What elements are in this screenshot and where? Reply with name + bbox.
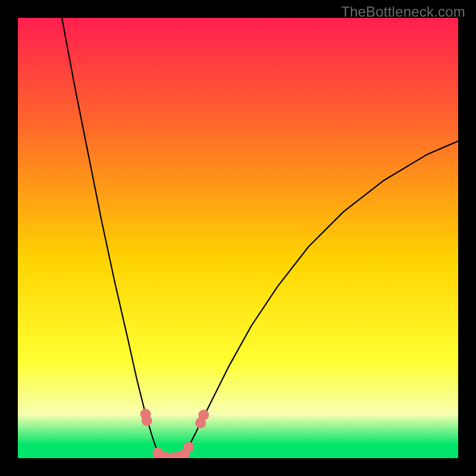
plot-area	[18, 18, 458, 458]
chart-curves	[18, 18, 458, 458]
chart-frame: TheBottleneck.com	[0, 0, 476, 476]
data-marker	[183, 442, 194, 453]
data-marker	[198, 409, 209, 420]
curve-left-branch	[62, 18, 159, 456]
data-marker	[142, 415, 152, 426]
watermark-text: TheBottleneck.com	[341, 4, 465, 20]
curve-right-branch	[183, 141, 459, 456]
